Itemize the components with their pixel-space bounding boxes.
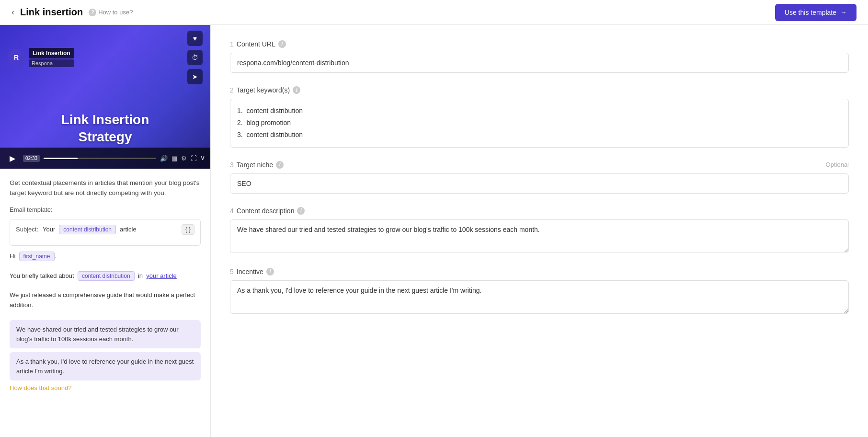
field-label-3: Target niche bbox=[237, 161, 273, 169]
field-target-keywords: 2 Target keyword(s) i 1. content distrib… bbox=[230, 86, 849, 148]
heart-icon[interactable]: ♥ bbox=[187, 31, 203, 46]
subject-tag: content distribution bbox=[59, 225, 116, 234]
fullscreen-icon[interactable]: ⛶ bbox=[191, 155, 197, 162]
email-template-label: Email template: bbox=[10, 206, 201, 213]
first-name-tag: first_name bbox=[19, 252, 55, 261]
left-content: Get contextual placements in articles th… bbox=[0, 169, 210, 391]
video-top-bar: R Link Insertion Respona ♥ ⏱ ➤ bbox=[0, 25, 210, 90]
talked-about-line: You briefly talked about content distrib… bbox=[10, 271, 201, 281]
subject-suffix: article bbox=[120, 226, 137, 233]
target-niche-input[interactable] bbox=[230, 173, 849, 194]
field-info-icon-2[interactable]: i bbox=[293, 86, 300, 94]
content-description-textarea[interactable]: We have shared our tried and tested stra… bbox=[230, 219, 849, 253]
field-target-niche: 3 Target niche i Optional bbox=[230, 161, 849, 194]
field-number-1: 1 bbox=[230, 40, 234, 48]
brand-label: Link Insertion bbox=[29, 48, 74, 58]
send-icon[interactable]: ➤ bbox=[187, 69, 203, 84]
released-line: We just released a comprehensive guide t… bbox=[10, 290, 201, 310]
video-action-icons: ♥ ⏱ ➤ bbox=[187, 31, 203, 84]
email-body-section: Hi first_name. You briefly talked about … bbox=[10, 252, 201, 391]
how-to-use-link[interactable]: ? How to use? bbox=[89, 9, 133, 16]
talked-about-suffix: in bbox=[138, 272, 143, 279]
field-info-icon-1[interactable]: i bbox=[278, 40, 286, 48]
subject-label: Subject: bbox=[16, 226, 39, 233]
field-header-2: 2 Target keyword(s) i bbox=[230, 86, 849, 94]
highlight-box-2: As a thank you, I'd love to reference yo… bbox=[10, 352, 201, 380]
incentive-textarea[interactable]: As a thank you, I'd love to reference yo… bbox=[230, 280, 849, 314]
video-progress-fill bbox=[44, 158, 77, 159]
volume-icon[interactable]: 🔊 bbox=[160, 155, 168, 162]
settings-icon[interactable]: ⚙ bbox=[181, 155, 187, 162]
highlight-text-2: As a thank you, I'd love to reference yo… bbox=[16, 357, 194, 376]
greeting-line: Hi first_name. bbox=[10, 252, 201, 262]
talked-about-prefix: You briefly talked about bbox=[10, 272, 74, 279]
keyword-item-1: 1. content distribution bbox=[237, 105, 842, 117]
subject-prefix: Your bbox=[43, 226, 55, 233]
braces-button[interactable]: { } bbox=[182, 224, 194, 235]
field-number-4: 4 bbox=[230, 207, 234, 215]
respona-icon: R bbox=[8, 49, 25, 66]
use-template-button[interactable]: Use this template → bbox=[775, 4, 857, 21]
how-to-use-icon: ? bbox=[89, 9, 96, 16]
field-label-2: Target keyword(s) bbox=[237, 86, 290, 94]
video-main-title: Link InsertionStrategy bbox=[61, 111, 149, 146]
how-to-use-label: How to use? bbox=[98, 9, 133, 16]
use-template-arrow-icon: → bbox=[840, 9, 847, 16]
field-info-icon-3[interactable]: i bbox=[276, 161, 284, 169]
subject-row: Subject: Your content distribution artic… bbox=[16, 224, 194, 235]
keyword-item-3: 3. content distribution bbox=[237, 129, 842, 141]
video-controls: ▶ 02:33 🔊 ▦ ⚙ ⛶ V bbox=[0, 148, 210, 169]
highlight-box-1: We have shared our tried and tested stra… bbox=[10, 320, 201, 348]
field-optional-3: Optional bbox=[826, 161, 849, 168]
right-panel: 1 Content URL i 2 Target keyword(s) i 1.… bbox=[211, 25, 868, 437]
field-label-1: Content URL bbox=[237, 40, 275, 48]
subject-field-container: Subject: Your content distribution artic… bbox=[10, 219, 201, 246]
video-time: 02:33 bbox=[23, 155, 40, 162]
content-url-input[interactable] bbox=[230, 53, 849, 73]
clock-icon[interactable]: ⏱ bbox=[187, 50, 203, 65]
back-button[interactable]: ‹ bbox=[11, 7, 14, 17]
field-info-icon-4[interactable]: i bbox=[297, 207, 305, 215]
field-info-icon-5[interactable]: i bbox=[266, 268, 274, 276]
field-label-5: Incentive bbox=[237, 268, 263, 276]
keywords-box[interactable]: 1. content distribution 2. blog promotio… bbox=[230, 99, 849, 148]
released-text: We just released a comprehensive guide t… bbox=[10, 291, 195, 309]
subtitles-icon[interactable]: ▦ bbox=[171, 155, 177, 162]
field-content-url: 1 Content URL i bbox=[230, 40, 849, 73]
greeting-period: . bbox=[55, 253, 57, 260]
video-thumbnail: R Link Insertion Respona ♥ ⏱ ➤ Link Inse… bbox=[0, 25, 210, 169]
respona-badge: R Link Insertion Respona bbox=[8, 48, 74, 67]
play-button[interactable]: ▶ bbox=[6, 151, 19, 165]
vimeo-icon: V bbox=[201, 155, 205, 162]
header: ‹ Link insertion ? How to use? Use this … bbox=[0, 0, 868, 25]
field-content-description: 4 Content description i We have shared o… bbox=[230, 207, 849, 254]
keyword-item-2: 2. blog promotion bbox=[237, 117, 842, 129]
field-label-4: Content description bbox=[237, 207, 295, 215]
main-layout: R Link Insertion Respona ♥ ⏱ ➤ Link Inse… bbox=[0, 25, 868, 437]
video-control-icons: 🔊 ▦ ⚙ ⛶ V bbox=[160, 155, 205, 162]
field-header-5: 5 Incentive i bbox=[230, 268, 849, 276]
field-incentive: 5 Incentive i As a thank you, I'd love t… bbox=[230, 268, 849, 315]
field-header-3: 3 Target niche i Optional bbox=[230, 161, 849, 169]
page-title: Link insertion bbox=[20, 7, 83, 18]
field-number-2: 2 bbox=[230, 86, 234, 94]
field-header-1: 1 Content URL i bbox=[230, 40, 849, 48]
video-progress-bar[interactable] bbox=[44, 158, 156, 159]
header-left: ‹ Link insertion ? How to use? bbox=[11, 7, 133, 18]
field-header-4: 4 Content description i bbox=[230, 207, 849, 215]
use-template-label: Use this template bbox=[785, 9, 836, 16]
description-text: Get contextual placements in articles th… bbox=[10, 178, 201, 198]
article-link[interactable]: your article bbox=[146, 272, 177, 279]
left-panel: R Link Insertion Respona ♥ ⏱ ➤ Link Inse… bbox=[0, 25, 211, 437]
how-does-text: How does that sound? bbox=[10, 384, 201, 391]
highlight-text-1: We have shared our tried and tested stra… bbox=[16, 325, 194, 344]
field-number-3: 3 bbox=[230, 161, 234, 169]
greeting-prefix: Hi bbox=[10, 253, 15, 260]
talked-about-tag: content distribution bbox=[78, 271, 135, 281]
field-number-5: 5 bbox=[230, 268, 234, 276]
brand-sublabel: Respona bbox=[29, 59, 74, 67]
